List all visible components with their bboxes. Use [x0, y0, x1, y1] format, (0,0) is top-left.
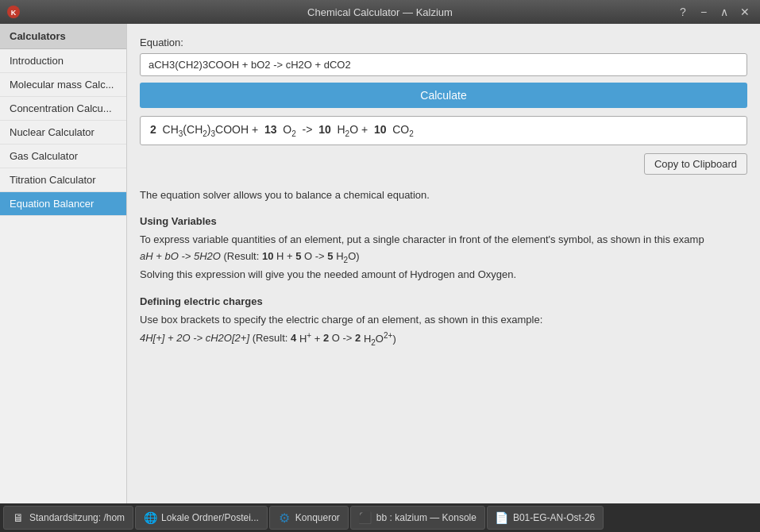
section2-o: O -> [329, 333, 355, 345]
section2-h2o2: H2O2+) [361, 333, 395, 345]
section2-example-italic: 4H[+] + 2O -> cH2O[2+] [140, 333, 249, 345]
titlebar: K Chemical Calculator — Kalzium ? − ∧ ✕ [0, 0, 760, 24]
konqueror-icon: ⚙ [278, 511, 291, 524]
sidebar: Calculators Introduction Molecular mass … [0, 24, 127, 503]
sidebar-item-nuclear[interactable]: Nuclear Calculator [0, 121, 126, 145]
section1-bold1: 10 [262, 250, 273, 262]
section2-body: Use box brackets to specify the electric… [140, 312, 747, 349]
section1-line1: To express variable quantities of an ele… [140, 233, 704, 245]
taskbar-item-lokale-ordner[interactable]: 🌐 Lokale Ordner/Postei... [135, 506, 268, 530]
sidebar-header: Calculators [0, 24, 126, 49]
maximize-button[interactable]: ∧ [716, 3, 733, 21]
main-content: Calculators Introduction Molecular mass … [0, 24, 760, 503]
section1-line3: Solving this expression will give you th… [140, 268, 516, 280]
section1-result-prefix: (Result: [224, 250, 262, 262]
description-text: The equation solver allows you to balanc… [140, 187, 747, 203]
section1-body: To express variable quantities of an ele… [140, 232, 747, 283]
monitor-icon: 🖥 [12, 511, 25, 524]
sidebar-item-concentration[interactable]: Concentration Calcu... [0, 97, 126, 121]
taskbar: 🖥 Standardsitzung: /hom 🌐 Lokale Ordner/… [0, 503, 760, 532]
document-icon: 📄 [496, 511, 508, 524]
copy-clipboard-button[interactable]: Copy to Clipboard [644, 153, 747, 175]
section2-result-prefix: (Result: [253, 333, 291, 345]
globe-icon: 🌐 [144, 511, 156, 524]
help-button[interactable]: ? [674, 3, 692, 21]
taskbar-label-konqueror: Konqueror [295, 512, 340, 523]
terminal-icon: ⬛ [359, 511, 372, 524]
svg-text:K: K [11, 9, 17, 17]
section2-line1: Use box brackets to specify the electric… [140, 314, 542, 326]
taskbar-label-lokale-ordner: Lokale Ordner/Postei... [161, 512, 259, 523]
taskbar-label-bb-kalzium: bb : kalzium — Konsole [376, 512, 476, 523]
sidebar-item-titration[interactable]: Titration Calculator [0, 168, 126, 192]
equation-label: Equation: [140, 37, 747, 48]
result-coeff3: 10 [318, 123, 331, 136]
calculate-button[interactable]: Calculate [140, 83, 747, 108]
section1-title: Using Variables [140, 215, 747, 227]
section2-title: Defining electric charges [140, 295, 747, 307]
minimize-button[interactable]: − [695, 3, 712, 21]
taskbar-label-standardsitzung: Standardsitzung: /hom [29, 512, 125, 523]
section1-example-italic: aH + bO -> 5H2O [140, 250, 221, 262]
result-coeff2: 13 [264, 123, 277, 136]
taskbar-item-b01-eg[interactable]: 📄 B01-EG-AN-Ost-26 [487, 506, 604, 530]
result-coeff4: 10 [374, 123, 387, 136]
section2-h: H+ + [296, 333, 323, 345]
titlebar-left: K [6, 5, 21, 19]
section1-mid1: H + [273, 250, 295, 262]
taskbar-label-b01-eg: B01-EG-AN-Ost-26 [513, 512, 595, 523]
result-text: 2 CH3(CH2)3COOH + 13 O2 -> 10 H2O + 10 C… [150, 123, 414, 138]
section1-mid2: O -> [301, 250, 327, 262]
taskbar-item-bb-kalzium[interactable]: ⬛ bb : kalzium — Konsole [350, 506, 485, 530]
taskbar-item-konqueror[interactable]: ⚙ Konqueror [269, 506, 349, 530]
sidebar-item-introduction[interactable]: Introduction [0, 49, 126, 73]
result-coeff1: 2 [150, 123, 156, 136]
titlebar-controls: ? − ∧ ✕ [674, 3, 754, 21]
close-button[interactable]: ✕ [736, 3, 754, 21]
titlebar-title: Chemical Calculator — Kalzium [307, 6, 453, 18]
copy-btn-row: Copy to Clipboard [140, 153, 747, 175]
sidebar-item-gas[interactable]: Gas Calculator [0, 145, 126, 168]
equation-input[interactable] [140, 53, 747, 76]
app-icon: K [6, 5, 21, 19]
taskbar-item-standardsitzung[interactable]: 🖥 Standardsitzung: /hom [3, 506, 133, 530]
sidebar-item-molecular-mass[interactable]: Molecular mass Calc... [0, 73, 126, 97]
section1-h2o: H2O) [334, 250, 360, 262]
section1-bold3: 5 [327, 250, 333, 262]
sidebar-item-equation-balancer[interactable]: Equation Balancer [0, 192, 126, 216]
right-panel: Equation: Calculate 2 CH3(CH2)3COOH + 13… [127, 24, 760, 503]
result-box: 2 CH3(CH2)3COOH + 13 O2 -> 10 H2O + 10 C… [140, 116, 747, 145]
